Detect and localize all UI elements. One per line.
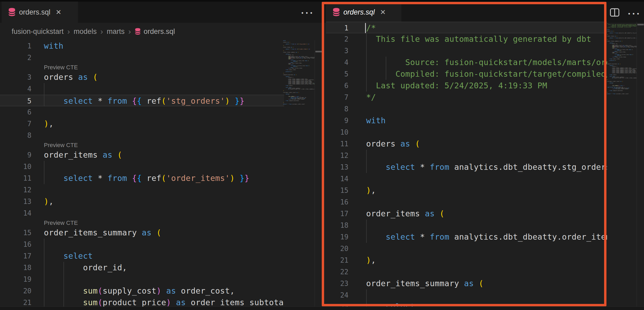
code-line-20[interactable]: 20 sum(supply_cost) as order_cost, [0,285,284,297]
line-number: 2 [0,52,31,63]
code-line-2[interactable]: 2 [0,52,284,63]
database-icon [332,8,340,17]
code-line-1[interactable]: 1/* [326,22,607,33]
code-line-12[interactable]: 12 [326,150,607,161]
scrollbar-slider-right[interactable] [637,24,644,25]
indent-guide [366,150,367,173]
line-number: 20 [326,243,348,254]
code-line-7[interactable]: 7), [0,118,284,130]
code-line-9[interactable]: 9with [326,115,607,126]
code-editor-right[interactable]: 1/*2 This file was automatically generat… [326,22,607,308]
code-line-11[interactable]: 11 select * from {{ ref('order_items') }… [0,172,284,184]
tab-orders-sql-left[interactable]: orders.sql ✕ [2,2,78,23]
breadcrumb-item-file[interactable]: orders.sql [144,28,175,36]
scrollbar-track-left[interactable] [315,40,322,308]
indent-guide [44,83,44,106]
breadcrumb-item-models[interactable]: models [74,28,97,36]
indent-guide [366,220,367,243]
code-line-3[interactable]: 3 [326,45,607,57]
code-line-15[interactable]: 15), [326,185,607,196]
line-number: 16 [0,239,31,250]
code-line-13[interactable]: 13 select * from analytics.dbt_dbeatty.s… [326,161,607,173]
minimap-line: on orders.order_id = order_items_summary… [283,89,315,89]
code-line-9[interactable]: 9order_items as ( [0,149,284,161]
code-line-19[interactable]: 19 [0,273,284,285]
codelens-preview-cte[interactable]: Preview CTE [44,141,78,149]
scrollbar-slider-left[interactable] [315,51,322,52]
more-actions-icon[interactable]: ••• [301,10,315,16]
minimap-line: on orders.order_id = order_items_summary… [607,78,637,78]
line-number: 15 [0,227,31,239]
code-line-20[interactable]: 20 [326,243,607,254]
code-line-5[interactable]: 5 select * from {{ ref('stg_orders') }} [0,95,284,106]
codelens-preview-cte[interactable]: Preview CTE [44,219,78,227]
code-line-17[interactable]: 17order_items as ( [326,208,607,220]
code-line-6[interactable]: 6 Last updated: 5/24/2025, 4:19:33 PM [326,80,607,92]
code-line-12[interactable]: 12 [0,184,284,196]
breadcrumb-item-marts[interactable]: marts [107,28,125,36]
line-number: 10 [0,161,31,172]
code-line-22[interactable]: 22 [326,266,607,278]
code-line-11[interactable]: 11orders as ( [326,138,607,150]
line-number: 20 [0,285,31,297]
line-number: 10 [326,126,348,138]
code-line-8[interactable]: 8 [326,103,607,115]
close-icon[interactable]: ✕ [379,8,388,17]
code-line-19[interactable]: 19 select * from analytics.dbt_dbeatty.o… [326,231,607,243]
code-line-14[interactable]: 14 [326,173,607,185]
code-line-6[interactable]: 6 [0,106,284,118]
tabbar-left: orders.sql ✕ ••• [0,2,322,23]
scrollbar-track-right[interactable] [637,22,644,308]
code-editor-left[interactable]: 1with2Preview CTE3orders as (45 select *… [0,40,284,308]
code-line-21[interactable]: 21), [326,254,607,266]
code-line-4[interactable]: 4 Source: fusion-quickstart/models/marts… [326,57,607,68]
line-number: 21 [326,254,348,266]
code-line-15[interactable]: 15order_items_summary as ( [0,227,284,239]
line-number: 14 [0,207,31,219]
code-line-24[interactable]: 24 [326,289,607,301]
minimap-left[interactable]: with orders as ( select * from {{ ref('s… [283,40,315,308]
breadcrumb-item-project[interactable]: fusion-quickstart [12,28,64,36]
more-actions-icon[interactable]: ••• [628,11,641,17]
minimap-line: select * from analytics.dbt_dbeatty.orde… [607,38,637,38]
code-line-18[interactable]: 18 order_id, [0,262,284,273]
code-line-3[interactable]: 3orders as ( [0,71,284,83]
indent-guide [366,289,367,308]
line-number: 14 [326,173,348,185]
code-line-23[interactable]: 23order_items_summary as ( [326,278,607,289]
codelens-preview-cte[interactable]: Preview CTE [44,63,78,71]
indent-guide [386,57,386,80]
close-icon[interactable]: ✕ [54,8,63,17]
code-line-17[interactable]: 17 select [0,250,284,262]
line-number: 5 [326,68,348,80]
line-number: 9 [0,149,31,161]
code-line-16[interactable]: 16 [0,239,284,250]
codelens-row: Preview CTE [0,219,284,227]
line-number: 15 [326,185,348,196]
code-line-7[interactable]: 7*/ [326,92,607,103]
code-line-16[interactable]: 16 [326,196,607,208]
line-number: 18 [0,262,31,273]
tabbar-right: orders.sql ✕ ••• [322,2,644,23]
code-line-14[interactable]: 14 [0,207,284,219]
code-line-10[interactable]: 10 [326,126,607,138]
split-editor-icon[interactable] [610,8,620,18]
code-line-2[interactable]: 2 This file was automatically generated … [326,33,607,45]
code-line-8[interactable]: 8 [0,130,284,141]
line-number: 19 [326,231,348,243]
code-line-10[interactable]: 10 [0,161,284,172]
line-number: 9 [326,115,348,126]
tab-orders-sql-right[interactable]: orders.sql ✕ [326,2,401,23]
codelens-row: Preview CTE [0,141,284,149]
minimap-line: select * from analytics.dbt_dbeatty.stg_… [607,33,637,33]
minimap-right[interactable]: /* This file was automatically generated… [607,23,637,308]
code-line-1[interactable]: 1with [0,40,284,52]
code-line-5[interactable]: 5 Compiled: fusion-quickstart/target/com… [326,68,607,80]
code-line-13[interactable]: 13), [0,196,284,207]
code-line-4[interactable]: 4 [0,83,284,95]
database-icon [8,8,16,17]
line-number: 12 [326,150,348,161]
code-line-18[interactable]: 18 [326,220,607,231]
line-number: 11 [0,172,31,184]
breadcrumb: fusion-quickstart › models › marts › ord… [0,23,322,40]
